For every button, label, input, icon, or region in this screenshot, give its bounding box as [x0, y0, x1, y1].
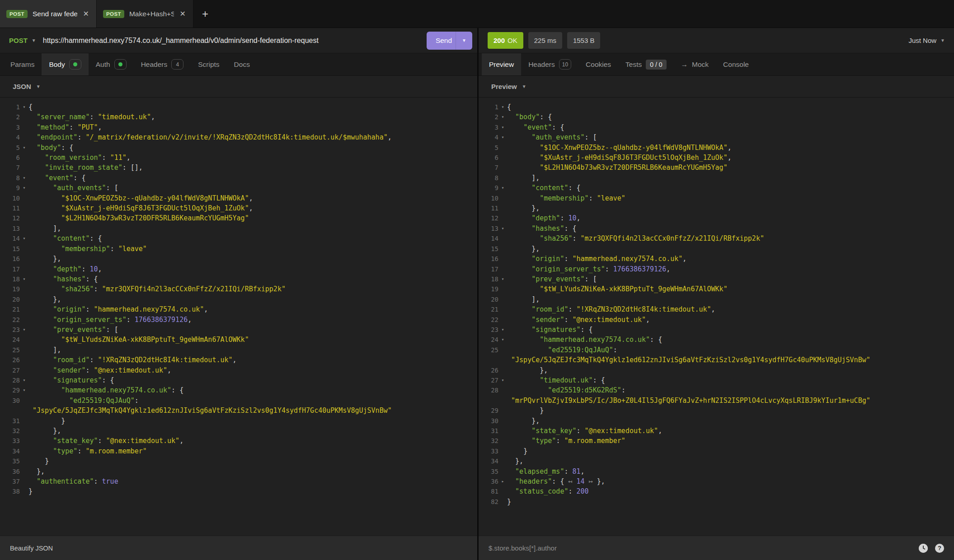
fold-toggle-icon[interactable]: ▾ [20, 233, 28, 243]
tab-tests[interactable]: Tests0 / 0 [618, 53, 673, 75]
tab-auth[interactable]: Auth [89, 53, 134, 75]
fold-toggle-icon[interactable]: ▾ [20, 183, 28, 193]
fold-toggle-icon[interactable]: ▾ [20, 375, 28, 385]
code-line: 28▾ "signatures": { [0, 375, 477, 385]
fold-toggle-icon[interactable]: ▾ [498, 112, 507, 122]
code-text: "hammerhead.nexy7574.co.uk": { [28, 385, 183, 395]
code-line: 32 "type": "m.room.member" [479, 436, 954, 446]
response-history-dropdown[interactable]: Just Now ▼ [908, 37, 945, 44]
code-line: "mrPQvrlVbZjvI9xLbPS/Ic/JBo+Z0L4Il5JgFQ6… [479, 396, 954, 406]
code-line: 7 "$L2H1N6O4b73wR3vzT20DFR5RLB6KeaumRcYU… [479, 163, 954, 173]
fold-toggle-icon[interactable]: ▾ [20, 143, 28, 153]
tab-console[interactable]: Console [716, 53, 756, 75]
close-icon[interactable]: ✕ [82, 9, 90, 19]
tab-preview[interactable]: Preview [482, 53, 521, 75]
fold-toggle-icon[interactable]: ▾ [498, 183, 507, 193]
beautify-json-button[interactable]: Beautify JSON [10, 545, 53, 552]
code-text: "membership": "leave" [507, 193, 625, 203]
tab-label: Body [49, 61, 65, 69]
fold-spacer [20, 153, 28, 163]
fold-toggle-icon[interactable]: ▾ [498, 274, 507, 284]
code-text: "$XuAstr_j-eH9diSqF8J6T3FGDUct5lOqXjBeh_… [507, 153, 732, 163]
code-text: "JspyCe/5JqZEJfc3MqTkQ4Ygklz1ed612znJIvi… [28, 406, 392, 415]
send-options-chevron-down-icon[interactable]: ▼ [456, 32, 472, 50]
line-number: 15 [479, 244, 498, 254]
code-line: 13▾ "hashes": { [479, 224, 954, 233]
fold-toggle-icon[interactable]: ▾ [498, 102, 507, 112]
tab-cookies[interactable]: Cookies [578, 53, 618, 75]
green-dot-icon [118, 62, 122, 66]
code-line: 8 ], [479, 173, 954, 183]
fold-spacer [20, 436, 28, 446]
code-line: 4▾ "auth_events": [ [479, 132, 954, 142]
line-number: 82 [479, 497, 498, 507]
body-language-selector[interactable]: JSON ▼ [13, 83, 41, 90]
code-text: }, [507, 365, 548, 375]
code-line: 16 "origin": "hammerhead.nexy7574.co.uk"… [479, 254, 954, 264]
fold-toggle-icon[interactable]: ▾ [498, 335, 507, 345]
line-number: 28 [479, 385, 498, 395]
code-text: "room_version": "11", [28, 153, 131, 163]
history-clock-icon[interactable] [919, 544, 928, 553]
code-text: "event": { [507, 122, 564, 132]
request-tab[interactable]: POSTMake+Hash+Sign...✕ [97, 0, 193, 28]
tab-label: Cookies [586, 61, 611, 69]
help-icon[interactable]: ? [935, 544, 944, 553]
fold-spacer [498, 486, 507, 496]
code-text: "mrPQvrlVbZjvI9xLbPS/Ic/JBo+Z0L4Il5JgFQ6… [507, 396, 870, 406]
tab-params[interactable]: Params [3, 53, 42, 75]
tab-docs[interactable]: Docs [227, 53, 257, 75]
chevron-down-icon: ▼ [522, 84, 526, 89]
response-subtabs: PreviewHeaders10CookiesTests0 / 0→MockCo… [479, 53, 954, 76]
fold-toggle-icon[interactable]: ▾ [498, 224, 507, 233]
chevron-down-icon: ▼ [32, 38, 36, 43]
fold-toggle-icon[interactable]: ▾ [20, 385, 28, 395]
fold-toggle-icon[interactable]: ▾ [20, 173, 28, 183]
tab-headers[interactable]: Headers10 [521, 53, 578, 75]
request-body-editor[interactable]: 1▾{2 "server_name": "timedout.uk",3 "met… [0, 98, 477, 536]
method-selector[interactable]: POST ▼ [9, 37, 36, 44]
code-text: "sender": "@nex:timedout.uk", [28, 365, 171, 375]
preview-mode-selector[interactable]: Preview ▼ [491, 83, 526, 90]
close-icon[interactable]: ✕ [179, 9, 187, 19]
fold-toggle-icon[interactable]: ▾ [498, 122, 507, 132]
response-filter-input[interactable]: $.store.books[*].author [489, 544, 912, 552]
code-line: 24 "$tW_LYudsZNiKeA-xkK8BPptuTt_9geWHmAn… [0, 335, 477, 345]
arrow-right-icon: → [681, 61, 688, 69]
line-number: 2 [0, 112, 20, 122]
fold-spacer [20, 294, 28, 304]
fold-toggle-icon[interactable]: ▾ [498, 132, 507, 142]
code-line: 9▾ "auth_events": [ [0, 183, 477, 193]
response-footer: $.store.books[*].author ? [479, 536, 954, 560]
fold-toggle-icon[interactable]: ▸ [498, 476, 507, 486]
tab-label: Docs [234, 61, 250, 69]
fold-toggle-icon[interactable]: ▾ [20, 102, 28, 112]
code-line: 81 "status_code": 200 [479, 486, 954, 496]
tab-headers[interactable]: Headers4 [134, 53, 191, 75]
fold-spacer [20, 122, 28, 132]
fold-spacer [498, 365, 507, 375]
code-text: "origin_server_ts": 1766386379126, [28, 315, 192, 325]
tab-mock[interactable]: →Mock [674, 53, 716, 75]
fold-toggle-icon[interactable]: ▾ [498, 325, 507, 335]
request-tab[interactable]: POSTSend raw federati...✕ [0, 0, 97, 28]
code-text: "hammerhead.nexy7574.co.uk": { [507, 335, 662, 345]
send-button[interactable]: Send ▼ [427, 32, 472, 50]
fold-spacer [498, 264, 507, 274]
fold-toggle-icon[interactable]: ▾ [20, 274, 28, 284]
code-text: { [507, 102, 511, 112]
line-number: 19 [0, 284, 20, 294]
tab-scripts[interactable]: Scripts [191, 53, 226, 75]
response-body-viewer[interactable]: 1▾{2▾ "body": {3▾ "event": {4▾ "auth_eve… [479, 98, 954, 536]
fold-spacer [498, 396, 507, 406]
code-text: ], [507, 294, 540, 304]
line-number: 22 [0, 315, 20, 325]
tab-body[interactable]: Body [42, 53, 88, 75]
clock-icon [919, 544, 928, 553]
code-text: "origin_server_ts": 1766386379126, [507, 264, 670, 274]
url-input[interactable]: https://hammerhead.nexy7574.co.uk/_hamme… [43, 37, 420, 45]
fold-toggle-icon[interactable]: ▾ [498, 375, 507, 385]
fold-toggle-icon[interactable]: ▾ [20, 325, 28, 335]
new-tab-button[interactable]: + [193, 0, 217, 28]
line-number: 12 [479, 213, 498, 223]
